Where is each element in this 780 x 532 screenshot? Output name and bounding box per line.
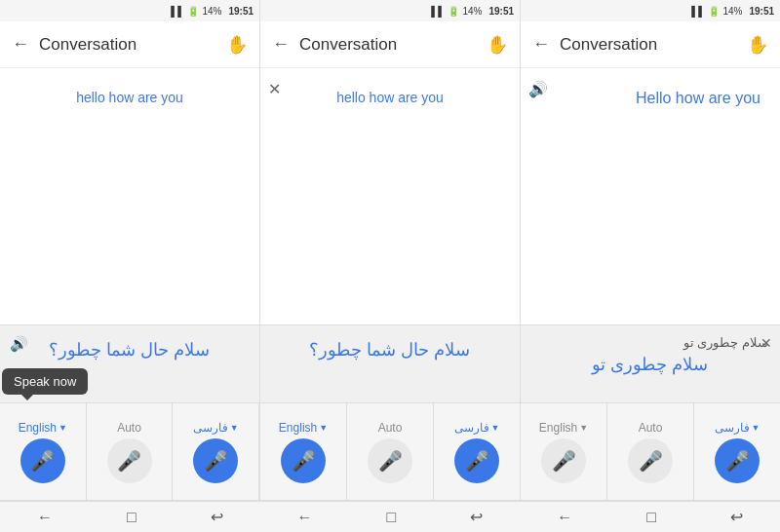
- chevron-3-0: ▼: [579, 423, 588, 433]
- lang-col-1-1: Auto 🎤: [87, 403, 174, 500]
- battery-icon-3: 🔋: [708, 6, 720, 17]
- panel-content-3: 🔊 Hello how are you ✕ سلام چطوری تو سلام…: [521, 68, 780, 402]
- lang-col-2-1: Auto 🎤: [347, 403, 434, 500]
- lang-text-3-2: فارسی: [715, 421, 750, 435]
- mic-button-2-2[interactable]: 🎤: [454, 438, 499, 483]
- mic-button-3-1[interactable]: 🎤: [628, 438, 673, 483]
- lang-col-3-0: English ▼ 🎤: [521, 403, 607, 500]
- nav-bar: ← □ ↩ ← □ ↩ ← □ ↩: [0, 501, 780, 532]
- mic-button-1-1[interactable]: 🎤: [107, 438, 152, 483]
- lang-label-2-1: Auto: [378, 421, 403, 435]
- lang-text-2-0: English: [279, 421, 317, 435]
- bottom-controls-1: English ▼ 🎤 Auto 🎤 فارسی ▼ 🎤 Speak now: [0, 402, 259, 500]
- lower-persian-text-1: سلام حال شما چطور؟: [12, 339, 248, 361]
- lang-label-3-2: فارسی ▼: [715, 421, 760, 435]
- battery-icon-2: 🔋: [448, 6, 459, 17]
- lower-close-3[interactable]: ✕: [760, 335, 772, 351]
- signal-icon-3: ▌▌: [691, 6, 705, 17]
- nav-home-1[interactable]: □: [127, 509, 136, 526]
- lower-persian-large-3: سلام چطوری تو: [532, 354, 768, 375]
- panel-title-1: Conversation: [39, 35, 226, 55]
- nav-recent-3[interactable]: ↩: [730, 508, 743, 526]
- status-icons-1: ▌▌ 🔋 14% 19:51: [171, 6, 254, 17]
- chevron-2-2: ▼: [491, 423, 500, 433]
- nav-back-2[interactable]: ←: [297, 509, 313, 526]
- mic-button-3-2[interactable]: 🎤: [715, 438, 760, 483]
- speak-now-tooltip: Speak now: [2, 368, 88, 395]
- lang-col-2-2: فارسی ▼ 🎤: [434, 403, 520, 500]
- mic-button-2-0[interactable]: 🎤: [281, 438, 326, 483]
- lang-col-2-0: English ▼ 🎤: [260, 403, 347, 500]
- lang-label-1-0: English ▼: [19, 421, 67, 435]
- lang-text-1-1: Auto: [117, 421, 141, 435]
- signal-icon-2: ▌▌: [431, 6, 445, 17]
- panel-content-2: ✕ hello how are you سلام حال شما چطور؟: [260, 68, 520, 402]
- lang-label-2-0: English ▼: [279, 421, 328, 435]
- lang-col-1-0: English ▼ 🎤: [0, 403, 87, 500]
- upper-text-1: hello how are you: [12, 90, 248, 105]
- nav-home-2[interactable]: □: [387, 509, 397, 526]
- speaker-upper-icon-3: 🔊: [528, 80, 548, 98]
- time-2: 19:51: [488, 6, 514, 17]
- nav-recent-2[interactable]: ↩: [470, 508, 483, 526]
- mic-button-1-2[interactable]: 🎤: [193, 438, 238, 483]
- mic-button-3-0[interactable]: 🎤: [541, 438, 586, 483]
- back-button-1[interactable]: ←: [12, 34, 29, 55]
- panel-3: ← Conversation ✋ 🔊 Hello how are you ✕ س…: [521, 21, 780, 500]
- status-icons-3: ▌▌ 🔋 14% 19:51: [691, 6, 774, 17]
- lower-persian-text-2: سلام حال شما چطور؟: [272, 339, 508, 361]
- status-bar-2: ▌▌ 🔋 14% 19:51: [260, 0, 521, 21]
- panel-header-1: ← Conversation ✋: [0, 21, 259, 68]
- nav-back-3[interactable]: ←: [557, 509, 572, 526]
- panel-title-3: Conversation: [560, 35, 747, 55]
- upper-text-row-3: 🔊 Hello how are you: [532, 80, 768, 107]
- time-3: 19:51: [749, 6, 774, 17]
- mic-button-1-0[interactable]: 🎤: [20, 438, 65, 483]
- chevron-1-0: ▼: [58, 423, 67, 433]
- mic-button-2-1[interactable]: 🎤: [368, 438, 412, 483]
- lang-col-3-1: Auto 🎤: [607, 403, 694, 500]
- lower-persian-small-3: سلام چطوری تو: [532, 335, 768, 350]
- lower-area-3: ✕ سلام چطوری تو سلام چطوری تو: [521, 324, 780, 402]
- battery-text-3: 14%: [722, 6, 742, 17]
- chevron-1-2: ▼: [230, 423, 239, 433]
- lang-text-1-0: English: [19, 421, 57, 435]
- lang-col-3-2: فارسی ▼ 🎤: [694, 403, 780, 500]
- lang-text-2-1: Auto: [378, 421, 403, 435]
- upper-area-1: hello how are you: [0, 68, 259, 324]
- nav-home-3[interactable]: □: [646, 509, 656, 526]
- hand-icon-2: ✋: [487, 34, 508, 56]
- nav-back-1[interactable]: ←: [37, 509, 53, 526]
- upper-area-3: 🔊 Hello how are you: [521, 68, 780, 324]
- status-icons-2: ▌▌ 🔋 14% 19:51: [431, 6, 514, 17]
- battery-text-1: 14%: [202, 6, 221, 17]
- nav-recent-1[interactable]: ↩: [211, 508, 223, 526]
- time-1: 19:51: [228, 6, 254, 17]
- lower-speaker-icon-1: 🔊: [10, 335, 28, 353]
- lang-text-1-2: فارسی: [193, 421, 228, 435]
- hand-icon-1: ✋: [226, 34, 248, 56]
- chevron-2-0: ▼: [319, 423, 328, 433]
- close-upper-2[interactable]: ✕: [268, 80, 281, 98]
- lang-label-2-2: فارسی ▼: [454, 421, 500, 435]
- battery-icon-1: 🔋: [187, 6, 199, 17]
- upper-area-2: ✕ hello how are you: [260, 68, 520, 324]
- lang-label-3-0: English ▼: [539, 421, 588, 435]
- status-bars-row: ▌▌ 🔋 14% 19:51 ▌▌ 🔋 14% 19:51 ▌▌ 🔋 14% 1…: [0, 0, 780, 21]
- lower-area-2: سلام حال شما چطور؟: [260, 324, 520, 402]
- status-bar-1: ▌▌ 🔋 14% 19:51: [0, 0, 260, 21]
- chevron-3-2: ▼: [752, 423, 760, 433]
- panel-1: ← Conversation ✋ hello how are you 🔊 سلا…: [0, 21, 260, 500]
- panel-2: ← Conversation ✋ ✕ hello how are you سلا…: [260, 21, 521, 500]
- signal-icon-1: ▌▌: [171, 6, 184, 17]
- battery-text-2: 14%: [462, 6, 482, 17]
- panels-row: ← Conversation ✋ hello how are you 🔊 سلا…: [0, 21, 780, 501]
- back-button-3[interactable]: ←: [532, 34, 550, 55]
- back-button-2[interactable]: ←: [272, 34, 290, 55]
- lang-label-3-1: Auto: [639, 421, 663, 435]
- lang-label-1-2: فارسی ▼: [193, 421, 239, 435]
- lang-text-2-2: فارسی: [454, 421, 489, 435]
- upper-text-3: Hello how are you: [636, 90, 760, 107]
- panel-header-3: ← Conversation ✋: [521, 21, 780, 68]
- lang-col-1-2: فارسی ▼ 🎤: [173, 403, 259, 500]
